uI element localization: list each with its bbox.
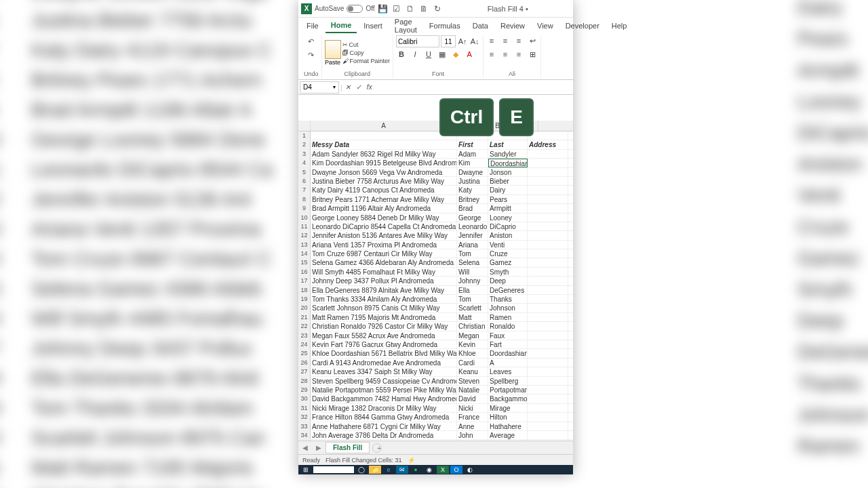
cell-first[interactable]: Leonardo <box>457 222 488 230</box>
cell-first[interactable]: Tom <box>457 249 488 258</box>
cell-messy[interactable]: Tom Cruze 6987 Centauri Cir Milky Way <box>311 249 457 258</box>
row-header[interactable]: 15 <box>298 258 311 266</box>
autosave-toggle[interactable] <box>347 5 363 13</box>
format-painter-button[interactable]: 🖌 Format Painter <box>342 57 391 65</box>
row-header[interactable]: 28 <box>298 377 311 385</box>
outlook-icon[interactable]: O <box>450 466 462 474</box>
row-header[interactable]: 20 <box>298 304 311 312</box>
table-row[interactable]: 28Steven Spellberg 9459 Cassiopeiae Cv A… <box>298 377 573 386</box>
table-row[interactable]: 4Kim Doordashian 9915 Betelgeuse Blvd An… <box>298 159 573 167</box>
table-row[interactable]: 31Nicki Mirage 1382 Draconis Dr Milky Wa… <box>298 404 573 413</box>
table-row[interactable]: 13Ariana Venti 1357 Proxima Pl Andromeda… <box>298 241 573 249</box>
table-row[interactable]: 15Selena Gamez 4366 Aldebaran Aly Androm… <box>298 258 573 267</box>
cell-address[interactable] <box>528 431 568 439</box>
row-header[interactable]: 13 <box>298 241 311 249</box>
cell-address[interactable] <box>528 204 568 212</box>
cell-last[interactable]: Doordashian <box>488 349 528 357</box>
table-row[interactable]: 19Tom Thanks 3334 Alnilam Aly AndromedaT… <box>298 295 573 304</box>
ribbon-tab-insert[interactable]: Insert <box>358 19 388 33</box>
paste-button[interactable]: Paste <box>325 40 341 66</box>
cell-last[interactable]: Deep <box>488 277 528 285</box>
align-top-icon[interactable]: ≡ <box>486 35 497 46</box>
cell-address[interactable] <box>528 340 568 348</box>
cell-address[interactable] <box>528 277 568 285</box>
add-sheet-button[interactable]: + <box>372 443 382 453</box>
cell-last[interactable]: Hathahere <box>488 422 528 430</box>
cell-address[interactable] <box>528 422 568 430</box>
row-header[interactable]: 18 <box>298 286 311 294</box>
cell-last[interactable]: Sandyler <box>488 150 528 158</box>
table-row[interactable]: 26Cardi A 9143 Andromedae Ave AndromedaC… <box>298 359 573 367</box>
ribbon-tab-file[interactable]: File <box>301 19 324 33</box>
cell-messy[interactable]: Messy Data <box>311 140 457 148</box>
table-row[interactable]: 11Leonardo DiCaprio 8544 Capella Ct Andr… <box>298 222 573 231</box>
task-view-icon[interactable]: ◯ <box>355 466 368 474</box>
cell-last[interactable]: Last <box>488 140 528 148</box>
cell-messy[interactable]: Ella DeGeneres 8879 Alnitak Ave Milky Wa… <box>311 286 457 294</box>
cell-last[interactable]: DeGeneres <box>488 286 528 294</box>
cell-messy[interactable]: Dwayne Jonson 5669 Vega Vw Andromeda <box>311 168 457 176</box>
table-row[interactable]: 7Katy Dairy 4119 Canopus Ct AndromedaKat… <box>298 186 573 195</box>
cell-last[interactable]: Hilton <box>488 413 528 421</box>
cell-address[interactable] <box>528 386 568 394</box>
cell-address[interactable] <box>528 214 568 222</box>
cell-address[interactable] <box>528 331 568 340</box>
ribbon-tab-data[interactable]: Data <box>467 19 494 33</box>
cell-messy[interactable]: Jennifer Aniston 5136 Antares Ave Milky … <box>311 231 457 239</box>
table-row[interactable]: 10George Looney 5884 Deneb Dr Milky WayG… <box>298 214 573 222</box>
cell-messy[interactable]: Leonardo DiCaprio 8544 Capella Ct Androm… <box>311 222 457 230</box>
table-row[interactable]: 24Kevin Fart 7976 Gacrux Gtwy AndromedaK… <box>298 340 573 349</box>
cell-first[interactable]: Anne <box>457 422 488 430</box>
row-header[interactable]: 26 <box>298 359 311 367</box>
row-header[interactable]: 4 <box>298 159 311 167</box>
row-header[interactable]: 8 <box>298 195 311 203</box>
cell-messy[interactable]: Justina Bieber 7758 Arcturus Ave Milky W… <box>311 177 457 185</box>
cell-last[interactable]: Jonson <box>488 168 528 176</box>
table-row[interactable]: 12Jennifer Aniston 5136 Antares Ave Milk… <box>298 231 573 240</box>
table-row[interactable]: 22Christian Ronaldo 7926 Castor Cir Milk… <box>298 322 573 331</box>
cell-first[interactable]: Nicki <box>457 404 488 412</box>
table-row[interactable]: 6Justina Bieber 7758 Arcturus Ave Milky … <box>298 177 573 186</box>
edge-icon[interactable]: e <box>382 466 395 474</box>
cell-last[interactable]: Spellberg <box>488 377 528 385</box>
sheet-nav-next[interactable]: ▶ <box>312 444 326 451</box>
excel-taskbar-icon[interactable]: X <box>437 466 449 474</box>
cell-first[interactable]: Khloe <box>457 349 488 357</box>
table-row[interactable]: 29Natalie Portapotman 5559 Persei Pike M… <box>298 386 573 394</box>
row-header[interactable]: 33 <box>298 422 311 430</box>
font-color-button[interactable]: A <box>464 49 475 60</box>
ribbon-tab-formulas[interactable]: Formulas <box>424 19 466 33</box>
cell-messy[interactable]: Ariana Venti 1357 Proxima Pl Andromeda <box>311 241 457 249</box>
cell-address[interactable] <box>528 231 568 239</box>
cell-first[interactable]: George <box>457 214 488 222</box>
font-size-select[interactable] <box>441 35 456 47</box>
align-left-icon[interactable]: ≡ <box>486 49 497 60</box>
cell-messy[interactable]: Britney Pears 1771 Achernar Ave Milky Wa… <box>311 195 457 203</box>
qat-new-icon[interactable]: 🗋 <box>405 3 416 14</box>
cell-last[interactable]: Leaves <box>488 367 528 375</box>
cell-messy[interactable]: Khloe Doordashian 5671 Bellatrix Blvd Mi… <box>311 349 457 357</box>
cell-first[interactable]: Keanu <box>457 367 488 375</box>
cell-messy[interactable]: Scarlett Johnson 8975 Canis Ct Milky Way <box>311 304 457 312</box>
row-header[interactable]: 1 <box>298 131 311 140</box>
table-row[interactable]: 30David Backgammon 7482 Hamal Hwy Androm… <box>298 394 573 403</box>
row-header[interactable]: 10 <box>298 214 311 222</box>
cell-first[interactable]: Matt <box>457 313 488 321</box>
cell-address[interactable] <box>528 322 568 330</box>
cancel-formula-icon[interactable]: ✕ <box>342 83 353 91</box>
cell-messy[interactable]: Nicki Mirage 1382 Draconis Dr Milky Way <box>311 404 457 412</box>
ribbon-tab-help[interactable]: Help <box>606 19 633 33</box>
cell-first[interactable]: Natalie <box>457 386 488 394</box>
table-row[interactable]: 14Tom Cruze 6987 Centauri Cir Milky WayT… <box>298 249 573 258</box>
select-all-cell[interactable] <box>298 121 311 131</box>
cell-first[interactable]: Kevin <box>457 340 488 348</box>
row-header[interactable]: 9 <box>298 204 311 212</box>
cell-first[interactable]: Kim <box>457 159 488 167</box>
cell-first[interactable]: Selena <box>457 258 488 266</box>
cell-messy[interactable] <box>311 131 457 140</box>
cell-first[interactable]: Brad <box>457 204 488 212</box>
cell-address[interactable] <box>528 377 568 385</box>
row-header[interactable]: 31 <box>298 404 311 412</box>
cell-address[interactable] <box>528 268 568 276</box>
cell-address[interactable] <box>528 186 568 194</box>
